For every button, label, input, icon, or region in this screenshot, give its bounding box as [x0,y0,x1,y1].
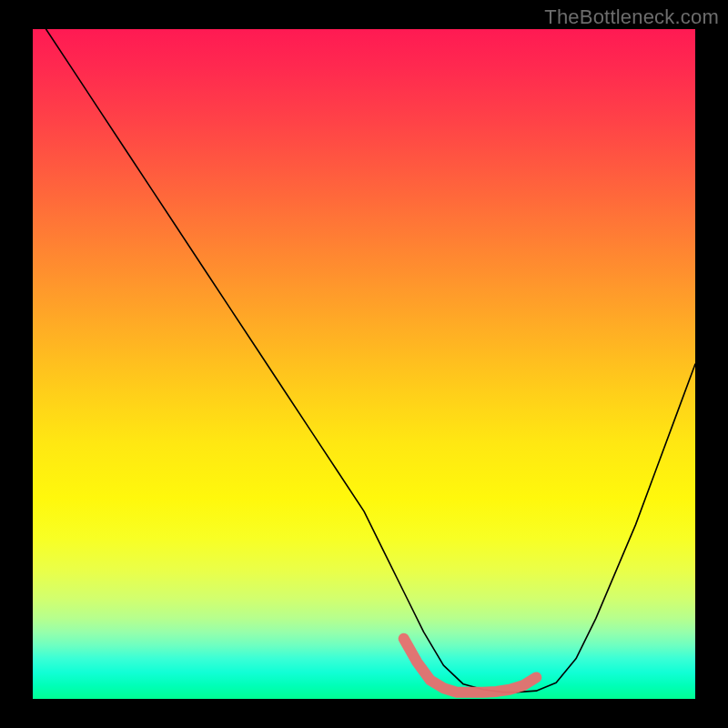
chart-frame: TheBottleneck.com [0,0,728,728]
plot-area [33,29,695,699]
watermark-text: TheBottleneck.com [544,5,719,29]
highlighted-minimum [33,29,695,699]
bottleneck-curve [33,29,695,699]
